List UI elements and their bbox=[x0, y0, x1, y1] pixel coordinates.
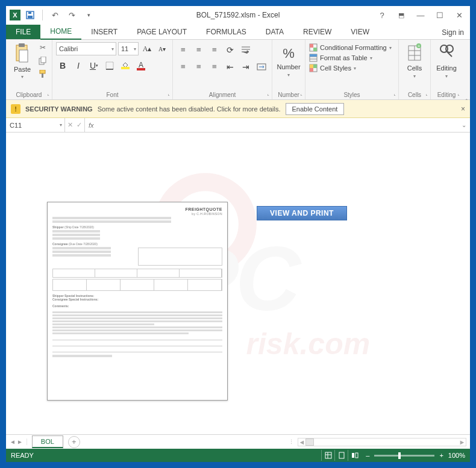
svg-rect-25 bbox=[310, 68, 313, 72]
svg-rect-9 bbox=[42, 73, 43, 78]
merge-cells-icon[interactable] bbox=[255, 60, 268, 73]
maximize-icon[interactable]: ☐ bbox=[431, 8, 448, 22]
formula-enter-icon[interactable]: ✓ bbox=[77, 121, 82, 129]
align-middle-icon[interactable]: ≡ bbox=[192, 43, 205, 57]
italic-button[interactable]: I bbox=[72, 59, 85, 72]
group-number: Number bbox=[276, 90, 301, 98]
help-icon[interactable]: ? bbox=[374, 8, 390, 22]
align-center-icon[interactable]: ≡ bbox=[192, 60, 205, 73]
minimize-icon[interactable]: — bbox=[412, 8, 429, 22]
tab-insert[interactable]: INSERT bbox=[81, 25, 127, 39]
tab-formulas[interactable]: FORMULAS bbox=[196, 25, 256, 39]
borders-icon[interactable] bbox=[103, 59, 116, 72]
paste-button[interactable]: Paste ▾ bbox=[10, 42, 35, 80]
new-sheet-button[interactable]: + bbox=[68, 436, 80, 448]
zoom-in-button[interactable]: + bbox=[439, 452, 443, 459]
undo-icon[interactable]: ↶ bbox=[48, 8, 62, 22]
normal-view-icon[interactable] bbox=[321, 450, 334, 461]
save-icon[interactable] bbox=[23, 8, 37, 22]
zoom-slider[interactable] bbox=[374, 455, 434, 457]
tab-data[interactable]: DATA bbox=[256, 25, 293, 39]
cells-button[interactable]: + Cells ▾ bbox=[402, 42, 427, 79]
cell-styles-button[interactable]: Cell Styles ▾ bbox=[309, 64, 395, 72]
ribbon-tabs: FILE HOME INSERT PAGE LAYOUT FORMULAS DA… bbox=[6, 24, 470, 40]
sheet-tab-bol[interactable]: BOL bbox=[32, 435, 63, 448]
font-size-combo[interactable]: 11 bbox=[118, 42, 139, 55]
embedded-document-preview: FREIGHTQUOTEby C.H.ROBINSON Shipper (Shi… bbox=[47, 202, 228, 401]
sheet-nav-prev-icon[interactable]: ◄ bbox=[10, 438, 16, 445]
horizontal-scrollbar[interactable]: ◄► bbox=[298, 438, 466, 446]
conditional-formatting-button[interactable]: Conditional Formatting ▾ bbox=[309, 43, 395, 52]
fx-icon[interactable]: fx bbox=[85, 122, 98, 129]
zoom-out-button[interactable]: – bbox=[366, 452, 369, 459]
svg-rect-2 bbox=[28, 12, 31, 14]
increase-font-icon[interactable]: A▴ bbox=[140, 42, 154, 55]
number-format-button[interactable]: % Number ▾ bbox=[276, 42, 301, 78]
decrease-indent-icon[interactable]: ⇤ bbox=[224, 60, 237, 73]
svg-rect-40 bbox=[355, 453, 358, 458]
font-name-combo[interactable]: Calibri bbox=[56, 42, 116, 55]
excel-icon: X bbox=[10, 10, 20, 20]
tab-review[interactable]: REVIEW bbox=[293, 25, 341, 39]
enable-content-button[interactable]: Enable Content bbox=[286, 103, 345, 115]
decrease-font-icon[interactable]: A▾ bbox=[155, 42, 169, 55]
zoom-level[interactable]: 100% bbox=[448, 452, 465, 459]
warning-close-icon[interactable]: × bbox=[461, 105, 465, 113]
align-right-icon[interactable]: ≡ bbox=[208, 60, 221, 73]
underline-button[interactable]: U▾ bbox=[87, 59, 101, 72]
formula-bar: C11 ✕ ✓ fx ⌄ bbox=[6, 118, 470, 133]
svg-rect-21 bbox=[310, 54, 317, 57]
security-warning-bar: ! SECURITY WARNING Some active content h… bbox=[6, 100, 470, 118]
view-and-print-button[interactable]: VIEW AND PRINT bbox=[257, 206, 347, 220]
svg-rect-39 bbox=[352, 453, 354, 458]
warning-text: Some active content has been disabled. C… bbox=[98, 105, 281, 113]
format-as-table-button[interactable]: Format as Table ▾ bbox=[309, 54, 395, 62]
window-title: BOL_571592.xlsm - Excel bbox=[196, 11, 280, 19]
tab-page-layout[interactable]: PAGE LAYOUT bbox=[127, 25, 196, 39]
svg-rect-5 bbox=[19, 50, 28, 62]
group-alignment: Alignment bbox=[177, 90, 268, 98]
formula-cancel-icon[interactable]: ✕ bbox=[67, 121, 73, 129]
worksheet-area[interactable]: PC risk.com FREIGHTQUOTEby C.H.ROBINSON … bbox=[6, 133, 470, 434]
bold-button[interactable]: B bbox=[56, 59, 69, 72]
align-top-icon[interactable]: ≡ bbox=[177, 43, 190, 57]
svg-rect-38 bbox=[339, 452, 344, 458]
svg-rect-17 bbox=[313, 48, 317, 51]
svg-rect-1 bbox=[28, 16, 33, 18]
percent-icon: % bbox=[283, 46, 295, 61]
tab-view[interactable]: VIEW bbox=[341, 25, 379, 39]
sheet-nav-next-icon[interactable]: ► bbox=[17, 438, 23, 445]
format-painter-icon[interactable] bbox=[37, 69, 48, 80]
wrap-text-icon[interactable] bbox=[239, 43, 252, 57]
page-break-view-icon[interactable] bbox=[348, 450, 361, 461]
expand-formula-bar-icon[interactable]: ⌄ bbox=[458, 122, 470, 128]
copy-icon[interactable] bbox=[37, 55, 48, 66]
qat-customize-icon[interactable]: ▾ bbox=[81, 8, 96, 22]
ribbon: Paste ▾ ✂ Clipboard Calibri 11 A▴ A▾ bbox=[6, 40, 470, 100]
editing-button[interactable]: Editing ▾ bbox=[434, 42, 459, 79]
close-icon[interactable]: ✕ bbox=[451, 8, 468, 22]
group-font: Font bbox=[56, 90, 169, 98]
align-left-icon[interactable]: ≡ bbox=[177, 60, 190, 73]
group-clipboard: Clipboard bbox=[10, 90, 48, 98]
page-layout-view-icon[interactable] bbox=[334, 450, 348, 461]
svg-text:+: + bbox=[418, 43, 421, 49]
sign-in-link[interactable]: Sign in bbox=[436, 26, 470, 39]
orientation-icon[interactable]: ⟳ bbox=[224, 43, 237, 57]
group-cells: Cells bbox=[402, 90, 427, 98]
align-bottom-icon[interactable]: ≡ bbox=[208, 43, 221, 57]
name-box[interactable]: C11 bbox=[6, 118, 65, 132]
fill-color-icon[interactable] bbox=[119, 59, 132, 72]
status-bar: READY – + 100% bbox=[6, 449, 470, 462]
cut-icon[interactable]: ✂ bbox=[37, 42, 48, 53]
group-editing: Editing bbox=[434, 90, 459, 98]
increase-indent-icon[interactable]: ⇥ bbox=[239, 60, 252, 73]
group-styles: Styles bbox=[309, 90, 395, 98]
tab-home[interactable]: HOME bbox=[40, 24, 81, 40]
tab-file[interactable]: FILE bbox=[6, 25, 40, 39]
redo-icon[interactable]: ↷ bbox=[64, 8, 79, 22]
font-color-icon[interactable]: A bbox=[134, 59, 148, 72]
svg-rect-8 bbox=[40, 70, 45, 73]
ribbon-display-icon[interactable]: ⬒ bbox=[393, 8, 410, 22]
svg-rect-7 bbox=[41, 57, 46, 63]
